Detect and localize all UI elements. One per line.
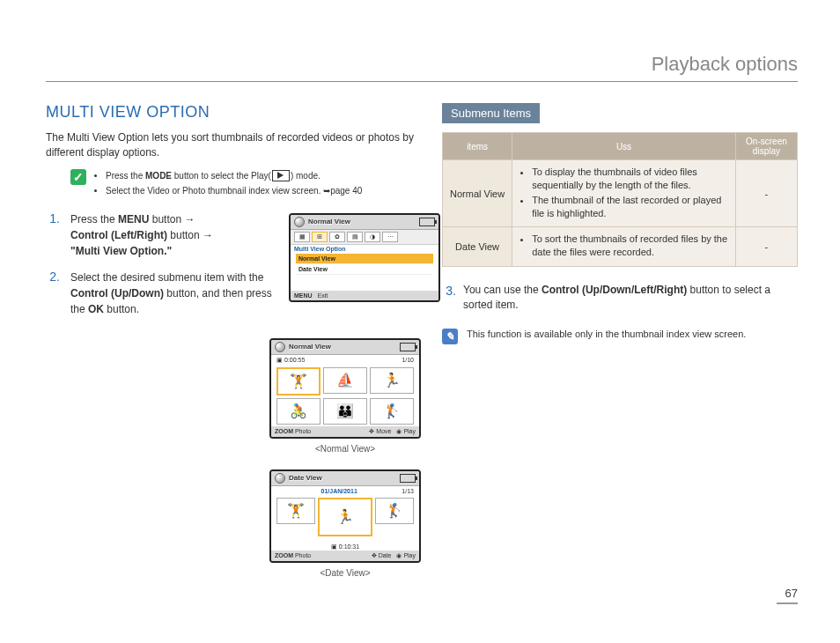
prerequisite-note: ✓ Press the MODE button to select the Pl…	[70, 169, 416, 199]
thumbnail[interactable]: 🏃	[318, 498, 372, 536]
step-1: 1. Press the MENU button → Control (Left…	[46, 211, 273, 259]
clip-duration: ▣ 0:10:31	[271, 542, 419, 551]
battery-icon	[400, 343, 416, 351]
clip-count: 1/13	[402, 488, 414, 494]
menu-tab-strip: ▦⊞✿▤◑⋯	[291, 230, 438, 245]
mode-dial-icon	[275, 342, 285, 352]
prereq-line-1: Press the MODE button to select the Play…	[106, 169, 362, 182]
manual-page: Playback options MULTI VIEW OPTION The M…	[0, 0, 840, 643]
battery-icon	[400, 474, 416, 483]
thumbnail[interactable]: 🚴	[276, 398, 321, 425]
th-uss: Uss	[512, 133, 736, 160]
table-row: Date View To sort the thumbnails of reco…	[443, 227, 798, 267]
page-number: 67	[777, 587, 798, 604]
step-3: 3. You can use the Control (Up/Down/Left…	[442, 283, 798, 313]
thumbnail[interactable]: ⛵	[323, 367, 367, 394]
thumbnail[interactable]: 🏋	[276, 367, 321, 395]
submenu-heading: Submenu Items	[442, 103, 540, 123]
mode-dial-icon	[294, 217, 305, 227]
left-column: MULTI VIEW OPTION The Multi View Option …	[46, 103, 416, 592]
right-column: Submenu Items items Uss On-screen displa…	[442, 103, 798, 592]
thumbnail[interactable]: 🏃	[370, 367, 414, 394]
mode-dial-icon	[275, 473, 285, 484]
note-icon: ✎	[442, 329, 458, 344]
intro-text: The Multi View Option lets you sort thum…	[46, 130, 416, 160]
th-osd: On-screen display	[735, 133, 797, 160]
note: ✎ This function is available only in the…	[442, 329, 798, 344]
caption-date: <Date View>	[320, 568, 370, 578]
step-2: 2. Select the desired submenu item with …	[46, 270, 273, 317]
table-row: Normal View To display the thumbnails of…	[443, 160, 798, 227]
play-mode-icon	[272, 170, 290, 181]
page-title: Playback options	[46, 53, 798, 82]
prereq-line-2: Select the Video or Photo thumbnail inde…	[106, 184, 362, 197]
screen-normal-view: Normal View ▣ 0:00:55 1/10 🏋 ⛵ 🏃 🚴 👪 🏌	[269, 338, 421, 439]
screen-menu: Normal View ▦⊞✿▤◑⋯ Multi View Option Nor…	[289, 213, 440, 302]
step-number: 2.	[46, 270, 60, 284]
clip-time: ▣ 0:00:55	[276, 357, 305, 364]
date-label: 01/JAN/2011	[321, 488, 357, 494]
menu-label: Multi View Option	[291, 245, 438, 252]
section-heading: MULTI VIEW OPTION	[46, 103, 416, 122]
step-number: 1.	[46, 211, 60, 225]
menu-item-normal[interactable]: Normal View	[296, 254, 433, 264]
screen-title: Normal View	[308, 218, 416, 225]
check-icon: ✓	[70, 169, 86, 185]
battery-icon	[419, 218, 435, 226]
screen-date-view: Date View 01/JAN/2011 1/13 🏋 🏃 🏌 ▣ 0:10:…	[269, 469, 421, 563]
thumbnail[interactable]: 🏋	[276, 498, 315, 524]
thumbnail[interactable]: 🏌	[370, 398, 414, 425]
submenu-table: items Uss On-screen display Normal View …	[442, 132, 798, 267]
th-items: items	[443, 133, 512, 160]
thumbnail[interactable]: 🏌	[375, 498, 414, 524]
thumbnail[interactable]: 👪	[323, 398, 367, 425]
menu-item-date[interactable]: Date View	[296, 264, 433, 275]
caption-normal: <Normal View>	[315, 444, 375, 454]
clip-count: 1/10	[402, 357, 414, 364]
